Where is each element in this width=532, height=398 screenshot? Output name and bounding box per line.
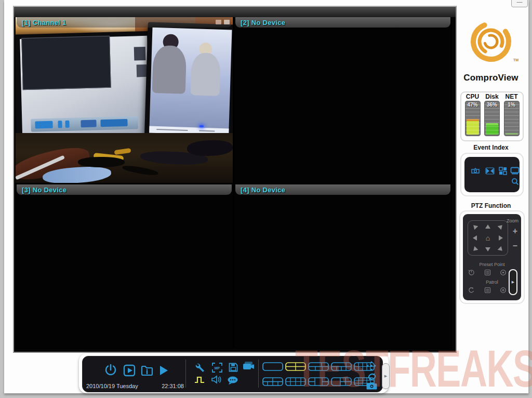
layout-button-4[interactable] — [285, 362, 306, 371]
minimize-button[interactable]: — — [511, 0, 528, 7]
snapshot-button[interactable] — [366, 382, 377, 390]
ptz-left-button[interactable] — [473, 235, 477, 241]
channel-4-label: [4] No Device — [241, 186, 285, 194]
channel-1-label: [1] Channel 1 — [22, 19, 66, 26]
patrol-list-icon[interactable] — [484, 287, 491, 294]
bar-expand-handle[interactable]: ▶ — [382, 363, 390, 389]
preset-dial-icon[interactable] — [468, 269, 475, 276]
layout-button-6[interactable] — [308, 362, 329, 371]
ptz-right-button[interactable] — [499, 235, 503, 241]
event-playback-icon[interactable] — [471, 167, 480, 175]
ptz-up-left-button[interactable] — [471, 223, 478, 230]
play-button[interactable] — [158, 365, 169, 376]
zoom-out-button[interactable]: – — [513, 241, 517, 250]
video-osd-icon-2[interactable] — [224, 20, 230, 24]
zoom-label: Zoom — [507, 218, 518, 223]
time-label: 22:31:08 — [162, 383, 184, 389]
power-button[interactable] — [104, 363, 117, 377]
ptz-up-button[interactable] — [485, 224, 490, 229]
video-panel: [1] Channel 1 [2] No Device [3] No Devic… — [13, 6, 457, 353]
channel-cell-2[interactable]: [2] No Device — [234, 17, 451, 183]
grid-view-icon[interactable] — [499, 167, 507, 175]
bar-divider-2 — [258, 360, 259, 388]
date-label: 2010/10/19 Tuesday — [86, 383, 138, 389]
ptz-home-button[interactable]: ⌂ — [486, 234, 490, 242]
cpu-meter: CPU 47% — [464, 92, 481, 140]
layout-button-8[interactable] — [331, 362, 352, 371]
ptz-function-title: PTZ Function — [456, 202, 526, 209]
channel-4-header: [4] No Device — [235, 184, 450, 195]
video-osd-icon-1[interactable] — [216, 20, 221, 24]
camera-video-feed — [16, 17, 233, 183]
channel-cell-1[interactable]: [1] Channel 1 — [16, 17, 233, 183]
brand-title: ComproView — [456, 73, 526, 83]
channel-3-label: [3] No Device — [22, 186, 66, 194]
channel-grid: [1] Channel 1 [2] No Device [3] No Devic… — [16, 17, 452, 349]
ptz-down-right-button[interactable] — [498, 246, 504, 253]
layout-button-16a[interactable] — [331, 377, 352, 386]
ptz-direction-pad: ⌂ — [468, 220, 508, 256]
save-button[interactable] — [229, 363, 238, 372]
preset-point-label: Preset Point — [463, 262, 521, 267]
trademark-label: TM — [513, 58, 518, 62]
comproview-logo-icon — [467, 18, 515, 65]
bar-divider-1 — [185, 360, 186, 388]
layout-button-9[interactable] — [262, 377, 283, 386]
chat-button[interactable] — [227, 376, 238, 384]
layout-button-13[interactable] — [285, 377, 306, 386]
event-index-title: Event Index — [456, 144, 526, 151]
layout-button-13b[interactable] — [308, 377, 329, 386]
monitor-icon[interactable] — [510, 167, 520, 175]
signal-pulse-button[interactable] — [194, 375, 205, 384]
event-backup-icon[interactable] — [485, 167, 495, 175]
panel-top-frame — [14, 7, 456, 17]
search-icon[interactable] — [511, 178, 519, 185]
settings-wrench-button[interactable] — [195, 363, 205, 373]
channel-1-header: [1] Channel 1 — [17, 17, 232, 28]
patrol-record-icon[interactable] — [500, 287, 507, 294]
channel-2-label: [2] No Device — [241, 19, 285, 26]
fullscreen-mp-button[interactable]: MP — [212, 363, 222, 373]
cameras-button[interactable] — [242, 361, 255, 371]
zoom-in-button[interactable]: + — [513, 227, 517, 236]
channel-cell-4[interactable]: [4] No Device — [234, 184, 451, 348]
channel-cell-3[interactable]: [3] No Device — [16, 184, 233, 348]
channel-2-header: [2] No Device — [235, 17, 450, 28]
layout-button-1[interactable] — [262, 362, 283, 371]
patrol-loop-icon[interactable] — [468, 287, 475, 294]
svg-text:MP: MP — [215, 366, 220, 370]
right-monitor — [144, 22, 233, 151]
disk-meter: Disk 36% — [484, 92, 500, 140]
ptz-down-button[interactable] — [485, 247, 490, 251]
net-meter: NET 1% — [503, 92, 520, 140]
system-meters-panel: CPU 47% Disk 36% NET 1% — [460, 91, 524, 141]
cycle-button[interactable] — [367, 372, 377, 381]
pan-control-button[interactable] — [366, 361, 377, 371]
ptz-down-left-button[interactable] — [471, 246, 478, 253]
preset-goto-icon[interactable] — [500, 269, 507, 276]
ptz-up-right-button[interactable] — [498, 223, 504, 230]
channel-3-header: [3] No Device — [17, 184, 232, 195]
info-folder-button[interactable] — [141, 365, 153, 376]
ptz-expand-handle[interactable]: ▶ — [509, 269, 517, 295]
audio-button[interactable] — [211, 375, 221, 384]
event-index-panel — [460, 153, 524, 196]
preset-list-icon[interactable] — [484, 269, 491, 276]
playback-button[interactable] — [123, 364, 136, 377]
